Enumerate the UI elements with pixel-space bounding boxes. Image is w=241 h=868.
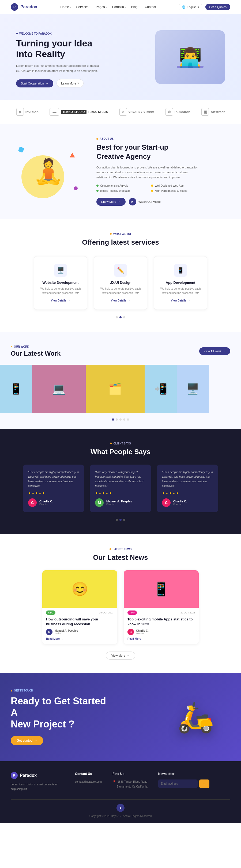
feature-1: Comprehensive Anlysis	[96, 184, 149, 187]
about-title: Best for your Start-up Creative Agency	[96, 143, 204, 161]
reviewer-1: C Charlie C. Director	[28, 498, 79, 507]
testimonials-title: What People Says	[11, 448, 230, 456]
news-tag: LATEST NEWS	[11, 548, 230, 551]
news-read-2[interactable]: Read More →	[124, 637, 199, 644]
nav-links: Home ▾ Services ▾ Pages ▾ Portfolio ▾ Bl…	[61, 5, 156, 9]
service-link-ux[interactable]: View Details →	[100, 299, 141, 302]
hero-section: WELCOME TO PARADOX Turning your Idea int…	[0, 14, 241, 100]
testimonial-quote-1: "Their people are highly competent,easy …	[28, 470, 79, 488]
portfolio-image-1: 📱	[0, 365, 32, 413]
portfolio-left: OUR WORK Our Latest Work	[11, 345, 61, 357]
newsletter-submit-button[interactable]: →	[199, 779, 209, 788]
service-name-app: App Development	[160, 281, 201, 285]
news-author-1: M Manuel A. Peeples Author	[42, 629, 117, 637]
news-date-2: 22 OCT 2023	[180, 611, 195, 614]
logo-tekno: ▬ TEKNO STUDIO TEKNO STUDIO	[49, 108, 108, 116]
portfolio-header: OUR WORK Our Latest Work View All Work →	[0, 345, 241, 357]
view-more-news-button[interactable]: View More →	[106, 652, 136, 659]
test-dot-2[interactable]	[119, 519, 122, 521]
cta-tag: GET IN TOUCH	[11, 689, 112, 692]
service-icon-app: 📱	[174, 264, 187, 277]
newsletter-input[interactable]	[158, 779, 198, 788]
logo-icon: ⊕	[166, 108, 173, 116]
portfolio-dot-1[interactable]	[112, 418, 114, 421]
about-buttons: Know More → ▶ Watch Our Video	[96, 198, 204, 206]
footer-bottom: ▲ Copyright © 2023 Day 516 used All Righ…	[11, 799, 230, 817]
start-cooperation-button[interactable]: Start Cooperation →	[16, 80, 53, 88]
testimonial-quote-3: "Their people are highly competent,easy …	[162, 470, 213, 488]
logo-icon: ▬	[49, 108, 59, 116]
service-link-app[interactable]: View Details →	[160, 299, 201, 302]
view-all-work-button[interactable]: View All Work →	[199, 347, 230, 355]
get-started-button[interactable]: Get started →	[11, 736, 43, 745]
service-desc-ux: We help to generate positive cash flow a…	[100, 287, 141, 295]
portfolio-dot-4[interactable]	[123, 418, 125, 421]
dot-3[interactable]	[123, 316, 125, 318]
news-author-avatar-1: M	[46, 629, 53, 635]
feature-dot	[151, 190, 153, 192]
news-date-1: 19 OCT 2023	[99, 611, 113, 614]
hero-tag: WELCOME TO PARADOX	[16, 32, 102, 35]
nav-services[interactable]: Services ▾	[76, 5, 91, 9]
service-link-web[interactable]: View Details →	[40, 299, 81, 302]
play-icon: ▶	[129, 198, 136, 206]
nav-portfolio[interactable]: Portfolio ▾	[112, 5, 126, 9]
news-read-1[interactable]: Read More →	[42, 637, 117, 644]
portfolio-tag: OUR WORK	[11, 345, 61, 348]
nav-pages[interactable]: Pages ▾	[96, 5, 107, 9]
portfolio-dot-3[interactable]	[119, 418, 122, 421]
portfolio-item-1[interactable]: 📱	[0, 365, 32, 413]
navbar: P Paradox Home ▾ Services ▾ Pages ▾ Port…	[0, 0, 241, 14]
service-card-web: 🖥️ Website Development We help to genera…	[34, 256, 87, 310]
watch-video-button[interactable]: ▶ Watch Our Video	[129, 198, 161, 206]
portfolio-section: OUR WORK Our Latest Work View All Work →…	[0, 332, 241, 429]
test-dot-3[interactable]	[123, 519, 125, 521]
hero-buttons: Start Cooperation → Learn More ▾	[16, 79, 102, 88]
dot-1[interactable]	[116, 316, 118, 318]
hero-description: Lorem ipsum dolor sit amet consectetur a…	[16, 63, 102, 73]
portfolio-item-3[interactable]: 🗂️	[86, 365, 145, 413]
language-selector[interactable]: 🌐 English ▾	[179, 4, 202, 10]
scroll-top-button[interactable]: ▲	[116, 804, 125, 812]
newsletter-form: →	[158, 779, 209, 788]
portfolio-item-5[interactable]: 🖥️	[177, 365, 209, 413]
portfolio-item-2[interactable]: 💻	[32, 365, 86, 413]
stars-1: ★★★★★	[28, 491, 79, 495]
logo-abstract: ▣ Abstract	[201, 108, 225, 116]
testimonial-card-2: "I am very pleased with your Project Man…	[90, 465, 151, 512]
portfolio-title: Our Latest Work	[11, 350, 61, 357]
footer-logo-icon: P	[11, 772, 18, 779]
feature-dot	[151, 185, 153, 187]
footer-address: 📍 1886 Timber Ridge Road Sacramento Ca C…	[112, 779, 147, 789]
news-category-2: APP	[128, 611, 137, 615]
get-quotes-button[interactable]: Get a Quotes	[205, 4, 230, 10]
about-description: Our action plan is focused and proven. W…	[96, 165, 204, 180]
testimonials-tag: CLIENT SAYS	[11, 442, 230, 445]
nav-home[interactable]: Home ▾	[61, 5, 71, 9]
footer-top: P Paradox Lorem ipsum dolor sit amet con…	[11, 772, 230, 791]
test-dot-1[interactable]	[116, 519, 118, 521]
portfolio-gallery: 📱 💻 🗂️ 📲 🖥️	[0, 365, 241, 413]
news-card-1: 😊 SEO 19 OCT 2023 How outsourcing will s…	[42, 570, 117, 644]
learn-more-button[interactable]: Learn More ▾	[57, 79, 83, 88]
service-name-ux: UX/UI Design	[100, 281, 141, 285]
portfolio-dot-2[interactable]	[116, 418, 118, 421]
logo-icon: ▣	[201, 108, 209, 116]
about-tag: ABOUT US	[96, 137, 204, 140]
portfolio-dot-5[interactable]	[127, 418, 129, 421]
services-title: Offering latest services	[11, 238, 230, 247]
news-image-1: 😊	[42, 570, 117, 608]
reviewer-avatar-2: M	[95, 498, 104, 507]
footer-description: Lorem ipsum dolor sit amet consectetur a…	[11, 782, 64, 791]
footer-logo: P Paradox	[11, 772, 64, 779]
testimonials-pagination	[11, 519, 230, 521]
know-more-button[interactable]: Know More →	[96, 198, 126, 206]
feature-dot	[96, 185, 99, 187]
navbar-right: 🌐 English ▾ Get a Quotes	[179, 4, 230, 10]
nav-blog[interactable]: Blog ▾	[131, 5, 139, 9]
dot-2[interactable]	[119, 316, 122, 318]
portfolio-item-4[interactable]: 📲	[145, 365, 177, 413]
nav-contact[interactable]: Contact	[145, 5, 156, 9]
brand-logo[interactable]: P Paradox	[11, 3, 37, 11]
footer-email: contact@paradox.com	[75, 779, 102, 784]
